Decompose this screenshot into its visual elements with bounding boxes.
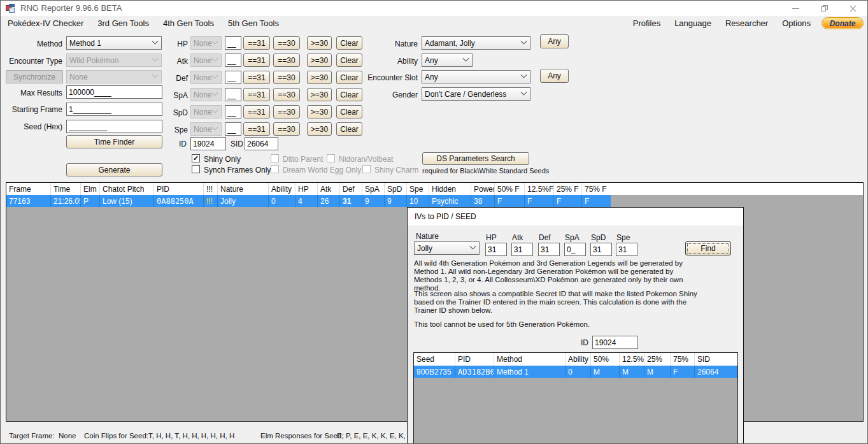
iv-spd-eq30-button[interactable]: ==30 [273, 105, 300, 118]
iv-spa-combo[interactable]: None [190, 88, 222, 101]
col-125f[interactable]: 12.5%F [525, 183, 554, 195]
col-75f[interactable]: 75% F [582, 183, 611, 195]
col-spa[interactable]: SpA [362, 183, 385, 195]
iv-hp-eq30-button[interactable]: ==30 [273, 36, 300, 50]
iv-spe-eq31-button[interactable]: ==31 [243, 122, 270, 136]
iv-def-ge30-button[interactable]: >=30 [307, 71, 332, 84]
iv-hp-combo[interactable]: None [190, 36, 222, 50]
max-results-input[interactable] [66, 85, 162, 99]
col-spe[interactable]: Spe [407, 183, 429, 195]
sid-input[interactable] [245, 137, 278, 150]
col-atk[interactable]: Atk [318, 183, 340, 195]
dialog-spe-input[interactable] [616, 243, 637, 256]
iv-spd-ge30-button[interactable]: >=30 [307, 105, 332, 118]
iv-spa-input[interactable] [225, 88, 241, 101]
menu-3rd-gen-tools[interactable]: 3rd Gen Tools [90, 16, 156, 31]
col-75[interactable]: 75% [671, 353, 695, 366]
iv-def-combo[interactable]: None [190, 71, 222, 84]
restore-button[interactable] [810, 1, 839, 16]
col-time[interactable]: Time [51, 183, 81, 195]
col-chatot-pitch[interactable]: Chatot Pitch [100, 183, 154, 195]
menu-4th-gen-tools[interactable]: 4th Gen Tools [156, 16, 221, 31]
col-50f[interactable]: 50% F [495, 183, 525, 195]
col-shiny[interactable]: !!! [204, 183, 218, 195]
menu-options[interactable]: Options [775, 16, 818, 31]
menu-profiles[interactable]: Profiles [626, 16, 667, 31]
shiny-only-checkbox[interactable]: ✓ [192, 154, 200, 162]
col-power[interactable]: Power [471, 183, 495, 195]
ability-combo[interactable]: Any [422, 54, 473, 67]
gender-combo[interactable]: Don't Care / Genderless [422, 87, 530, 101]
col-hp[interactable]: HP [295, 183, 318, 195]
synch-frames-only-checkbox[interactable] [192, 165, 200, 173]
col-pid[interactable]: PID [455, 353, 494, 366]
col-ability[interactable]: Ability [566, 353, 591, 366]
dialog-id-input[interactable] [592, 336, 638, 349]
col-seed[interactable]: Seed [414, 353, 455, 366]
dialog-result-row-selected[interactable]: 900B2735 AD3182B0 Method 1 0 M M M F 260… [414, 366, 737, 378]
dialog-titlebar[interactable]: IVs to PID / SEED [408, 208, 743, 226]
nature-any-button[interactable]: Any [540, 34, 569, 48]
iv-def-eq31-button[interactable]: ==31 [243, 71, 270, 84]
menu-language[interactable]: Language [667, 16, 718, 31]
find-button[interactable]: Find [685, 241, 731, 255]
encounter-slot-any-button[interactable]: Any [540, 69, 569, 83]
starting-frame-input[interactable] [66, 103, 162, 116]
dialog-atk-input[interactable] [511, 243, 533, 256]
iv-def-input[interactable] [225, 71, 241, 84]
col-25[interactable]: 25% [644, 353, 671, 366]
dialog-spd-input[interactable] [590, 243, 612, 256]
id-input[interactable] [190, 137, 226, 150]
donate-button[interactable]: Donate [822, 17, 864, 29]
iv-spe-eq30-button[interactable]: ==30 [273, 122, 300, 136]
col-pid[interactable]: PID [154, 183, 204, 195]
col-spd[interactable]: SpD [385, 183, 407, 195]
menu-researcher[interactable]: Researcher [718, 16, 775, 31]
col-nature[interactable]: Nature [218, 183, 269, 195]
iv-spd-input[interactable] [225, 105, 241, 118]
iv-hp-eq31-button[interactable]: ==31 [243, 36, 270, 50]
iv-spd-eq31-button[interactable]: ==31 [243, 105, 270, 118]
col-frame[interactable]: Frame [6, 183, 51, 195]
close-button[interactable] [839, 1, 867, 16]
menu-5th-gen-tools[interactable]: 5th Gen Tools [221, 16, 286, 31]
col-25f[interactable]: 25% F [554, 183, 582, 195]
dialog-def-input[interactable] [538, 243, 560, 256]
titlebar[interactable]: RNG Reporter 9.96.6 BETA [1, 1, 867, 16]
iv-hp-ge30-button[interactable]: >=30 [307, 36, 332, 50]
iv-spd-clear-button[interactable]: Clear [336, 105, 362, 118]
iv-spa-ge30-button[interactable]: >=30 [307, 88, 332, 101]
iv-atk-ge30-button[interactable]: >=30 [307, 54, 332, 67]
iv-spd-combo[interactable]: None [190, 105, 222, 118]
col-method[interactable]: Method [494, 353, 566, 366]
iv-spa-eq30-button[interactable]: ==30 [273, 88, 300, 101]
result-row-selected[interactable]: 77163 21:26.05 P Low (15) 0A88250A !!! J… [6, 195, 611, 207]
menu-pokedex-iv-checker[interactable]: Pokédex-IV Checker [1, 16, 90, 31]
col-hidden[interactable]: Hidden [429, 183, 471, 195]
iv-spe-ge30-button[interactable]: >=30 [307, 122, 332, 136]
generate-button[interactable]: Generate [66, 163, 162, 176]
col-elm[interactable]: Elm [81, 183, 100, 195]
method-combo[interactable]: Method 1 [66, 36, 162, 50]
dialog-nature-combo[interactable]: Jolly [414, 241, 480, 255]
iv-spe-clear-button[interactable]: Clear [336, 122, 362, 136]
iv-spe-input[interactable] [225, 122, 241, 136]
iv-spe-combo[interactable]: None [190, 122, 222, 136]
minimize-button[interactable] [781, 1, 810, 16]
col-ability[interactable]: Ability [269, 183, 295, 195]
nature-combo[interactable]: Adamant, Jolly [422, 36, 530, 50]
iv-hp-input[interactable] [225, 36, 241, 50]
col-sid[interactable]: SID [695, 353, 737, 366]
col-125[interactable]: 12.5% [620, 353, 644, 366]
time-finder-button[interactable]: Time Finder [66, 135, 162, 148]
iv-def-eq30-button[interactable]: ==30 [273, 71, 300, 84]
ds-parameters-search-button[interactable]: DS Parameters Search [422, 152, 529, 165]
iv-atk-combo[interactable]: None [190, 54, 222, 67]
col-50[interactable]: 50% [591, 353, 620, 366]
encounter-slot-combo[interactable]: Any [422, 70, 530, 83]
col-def[interactable]: Def [340, 183, 362, 195]
seed-hex-input[interactable] [66, 120, 162, 133]
iv-atk-input[interactable] [225, 54, 241, 67]
dialog-spa-input[interactable] [564, 243, 586, 256]
iv-atk-eq30-button[interactable]: ==30 [273, 54, 300, 67]
